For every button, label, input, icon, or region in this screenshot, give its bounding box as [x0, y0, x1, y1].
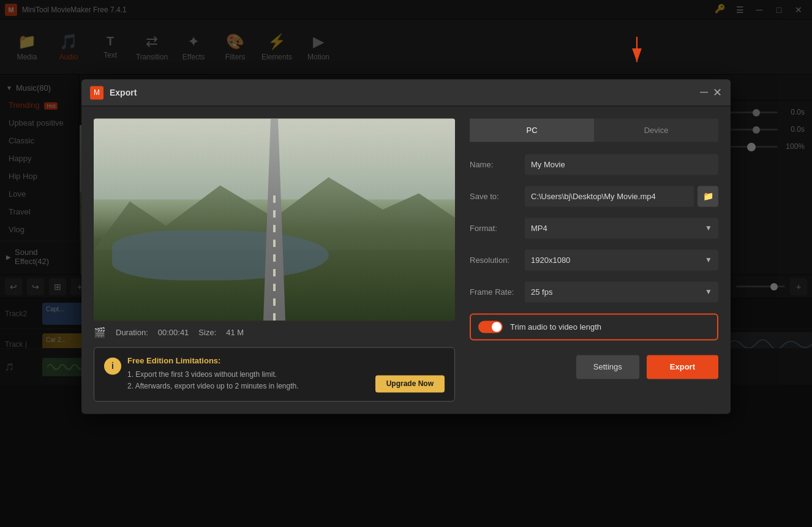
resolution-row: Resolution: 1920x1080 ▼ — [470, 249, 718, 270]
export-settings: PC Device Name: Save to: 📁 Format: — [470, 118, 718, 401]
name-input[interactable] — [525, 154, 718, 175]
format-label: Format: — [470, 224, 525, 233]
preview-image — [94, 118, 455, 320]
save-to-input-wrap: 📁 — [525, 186, 718, 207]
upgrade-now-button[interactable]: Upgrade Now — [375, 376, 445, 393]
tab-pc[interactable]: PC — [470, 118, 594, 142]
frame-rate-select[interactable]: 25 fps — [525, 281, 718, 302]
export-dialog-title: M Export ─ ✕ — [81, 79, 731, 106]
export-tabs: PC Device — [470, 118, 718, 142]
dialog-close-button[interactable]: ✕ — [713, 86, 722, 99]
format-select[interactable]: MP4 — [525, 218, 718, 238]
frame-rate-label: Frame Rate: — [470, 287, 525, 297]
dialog-icon: M — [90, 86, 103, 99]
format-row: Format: MP4 ▼ — [470, 218, 718, 238]
settings-button[interactable]: Settings — [576, 355, 639, 379]
duration-label: Duration: — [116, 328, 148, 337]
film-icon: 🎬 — [94, 327, 106, 338]
info-box: i Free Edition Limitations: 1. Export th… — [94, 347, 455, 401]
tab-device[interactable]: Device — [594, 118, 718, 142]
duration-value: 00:00:41 — [158, 328, 189, 337]
trim-audio-label: Trim audio to video length — [510, 322, 601, 332]
resolution-select[interactable]: 1920x1080 — [525, 249, 718, 270]
trim-audio-row: Trim audio to video length — [470, 313, 718, 340]
dialog-title-text: Export — [110, 88, 700, 97]
toggle-thumb — [492, 322, 502, 332]
size-value: 41 M — [226, 328, 244, 337]
name-label: Name: — [470, 160, 525, 169]
browse-button[interactable]: 📁 — [697, 186, 718, 207]
frame-rate-select-wrap: 25 fps ▼ — [525, 281, 718, 302]
name-row: Name: — [470, 154, 718, 175]
resolution-select-wrap: 1920x1080 ▼ — [525, 249, 718, 270]
info-icon: i — [104, 357, 121, 374]
info-title: Free Edition Limitations: — [127, 356, 369, 365]
frame-rate-row: Frame Rate: 25 fps ▼ — [470, 281, 718, 302]
save-to-row: Save to: 📁 — [470, 186, 718, 207]
dialog-footer: Settings Export — [470, 355, 718, 384]
export-dialog-body: 🎬 Duration: 00:00:41 Size: 41 M i Free E… — [81, 106, 731, 414]
save-to-label: Save to: — [470, 192, 525, 201]
preview-info: 🎬 Duration: 00:00:41 Size: 41 M — [94, 327, 455, 338]
format-select-wrap: MP4 ▼ — [525, 218, 718, 238]
trim-audio-toggle[interactable] — [478, 320, 503, 333]
export-action-button[interactable]: Export — [647, 355, 718, 379]
resolution-label: Resolution: — [470, 256, 525, 265]
export-preview: 🎬 Duration: 00:00:41 Size: 41 M i Free E… — [94, 118, 455, 401]
dialog-minimize-button[interactable]: ─ — [700, 86, 708, 99]
export-dialog: M Export ─ ✕ 🎬 Duration: 00:00:41 — [81, 79, 731, 414]
save-to-input[interactable] — [525, 186, 694, 207]
info-content: Free Edition Limitations: 1. Export the … — [127, 356, 369, 392]
info-text-line1: 1. Export the first 3 videos without len… — [127, 369, 369, 381]
preview-water — [112, 230, 329, 281]
info-box-header: i Free Edition Limitations: 1. Export th… — [104, 356, 445, 392]
info-text-line2: 2. Afterwards, export video up to 2 minu… — [127, 381, 369, 393]
size-label: Size: — [198, 328, 216, 337]
